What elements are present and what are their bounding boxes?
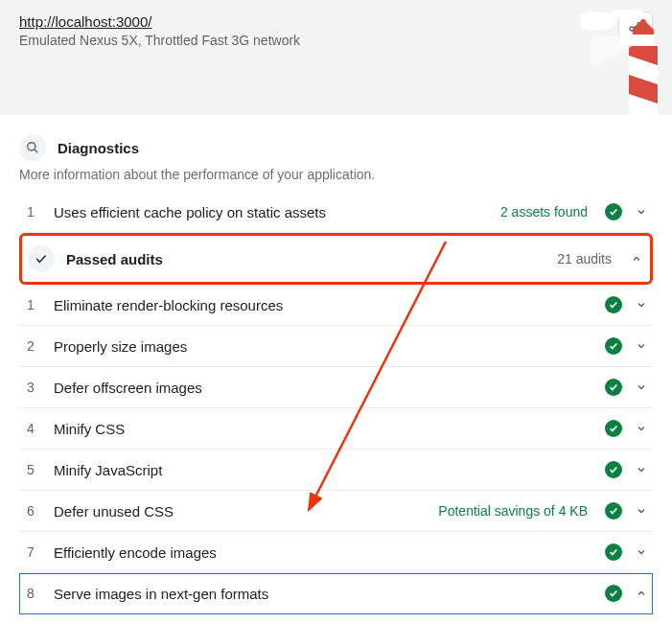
row-num: 5 [19, 462, 42, 477]
pass-icon [605, 502, 622, 520]
row-num: 6 [19, 503, 42, 519]
chevron-down-icon[interactable] [634, 546, 649, 558]
svg-point-15 [28, 143, 35, 150]
row-num: 4 [19, 421, 42, 436]
check-icon [28, 245, 55, 272]
diagnostics-desc: More information about the performance o… [19, 167, 653, 182]
chevron-down-icon[interactable] [634, 464, 649, 475]
row-label: Minify CSS [54, 421, 593, 437]
passed-audit-row[interactable]: 6Defer unused CSSPotential savings of 4 … [19, 491, 653, 532]
pass-icon [605, 420, 622, 437]
search-icon [19, 134, 46, 161]
report-header: http://localhost:3000/ Emulated Nexus 5X… [0, 0, 672, 115]
row-num: 1 [19, 204, 42, 220]
pass-icon [605, 379, 622, 396]
pass-icon [605, 585, 622, 602]
row-label: Minify JavaScript [54, 462, 593, 478]
row-num: 1 [19, 297, 42, 312]
row-num: 7 [19, 544, 42, 560]
passed-audit-row[interactable]: 1Eliminate render-blocking resources [19, 285, 653, 326]
row-num: 3 [19, 380, 42, 395]
pass-icon [605, 337, 622, 355]
svg-point-13 [640, 19, 646, 25]
row-num: 8 [19, 586, 42, 601]
row-meta: 2 assets found [500, 204, 588, 220]
pass-icon [605, 461, 622, 478]
chevron-down-icon[interactable] [634, 206, 649, 218]
chevron-down-icon[interactable] [634, 381, 649, 393]
svg-point-6 [612, 10, 642, 20]
row-num: 2 [19, 338, 42, 354]
passed-audit-row[interactable]: 4Minify CSS [19, 408, 653, 450]
chevron-up-icon[interactable] [634, 588, 649, 599]
chevron-down-icon[interactable] [634, 340, 649, 352]
chevron-down-icon[interactable] [634, 299, 649, 311]
svg-point-5 [581, 12, 616, 31]
chevron-up-icon[interactable] [629, 253, 644, 265]
passed-audits-count: 21 audits [557, 251, 612, 266]
svg-line-16 [35, 150, 38, 153]
audit-detail: Image formats like JPEG 2000, JPEG XR, a… [19, 614, 653, 624]
lighthouse-illustration [581, 10, 667, 115]
passed-audits-title: Passed audits [66, 251, 545, 267]
passed-audits-list: 1Eliminate render-blocking resources2Pro… [19, 285, 653, 614]
pass-icon [605, 543, 622, 561]
diagnostic-row[interactable]: 1 Uses efficient cache policy on static … [19, 192, 653, 233]
pass-icon [605, 296, 622, 313]
row-meta: Potential savings of 4 KB [438, 503, 588, 519]
diagnostics-section: Diagnostics More information about the p… [0, 115, 672, 624]
chevron-down-icon[interactable] [634, 505, 649, 517]
passed-audit-row[interactable]: 3Defer offscreen images [19, 367, 653, 408]
pass-icon [605, 203, 622, 220]
row-label: Eliminate render-blocking resources [54, 297, 593, 313]
report-url[interactable]: http://localhost:3000/ [19, 13, 653, 30]
passed-audit-row[interactable]: 7Efficiently encode images [19, 532, 653, 573]
row-label: Efficiently encode images [54, 544, 593, 561]
passed-audits-header[interactable]: Passed audits 21 audits [19, 233, 653, 285]
passed-audit-row[interactable]: 8Serve images in next-gen formats [19, 573, 653, 614]
row-label: Serve images in next-gen formats [54, 586, 593, 602]
diagnostics-header: Diagnostics [19, 134, 653, 161]
chevron-down-icon[interactable] [634, 423, 649, 434]
passed-audit-row[interactable]: 5Minify JavaScript [19, 450, 653, 491]
row-label: Defer offscreen images [54, 380, 593, 396]
svg-marker-14 [591, 33, 633, 67]
diagnostics-title: Diagnostics [58, 140, 139, 156]
svg-rect-11 [633, 31, 654, 35]
row-label: Properly size images [54, 338, 593, 355]
report-env: Emulated Nexus 5X, Throttled Fast 3G net… [19, 33, 653, 48]
row-label: Defer unused CSS [54, 503, 427, 520]
row-label: Uses efficient cache policy on static as… [54, 204, 489, 220]
passed-audit-row[interactable]: 2Properly size images [19, 326, 653, 367]
